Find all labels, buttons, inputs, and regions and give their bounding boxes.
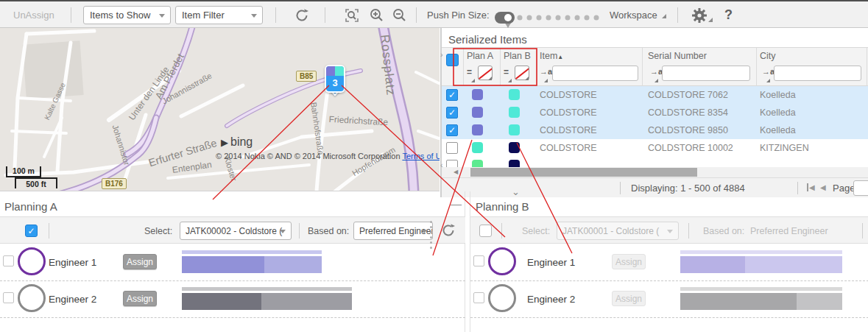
item-cell: COLDSTORE <box>540 143 597 153</box>
engineer-checkbox[interactable] <box>3 255 14 266</box>
toolbar-separator <box>325 7 325 23</box>
schedule-bar-segment <box>182 293 261 310</box>
row-checkbox[interactable] <box>446 160 458 167</box>
row-checkbox[interactable] <box>446 124 458 136</box>
engineer-checkbox[interactable] <box>473 292 484 303</box>
column-header-city[interactable]: City <box>760 51 776 61</box>
column-header-item[interactable]: Item▲ <box>540 51 563 61</box>
plan-b-color-swatch <box>509 107 520 118</box>
filter-text-icon[interactable]: →a <box>650 67 663 76</box>
engineer-avatar <box>18 247 46 275</box>
engineer-checkbox[interactable] <box>473 255 484 266</box>
chevron-down-icon <box>667 230 673 233</box>
engineer-row[interactable]: Engineer 2 Assign <box>0 281 465 318</box>
assign-button[interactable]: Assign <box>612 254 646 269</box>
city-filter-input[interactable] <box>774 66 861 81</box>
table-row[interactable]: COLDSTORE COLDSTORE 9850 Koelleda <box>442 121 868 139</box>
schedule-bar[interactable] <box>182 287 352 310</box>
table-row[interactable] <box>442 157 868 167</box>
select-label: Select: <box>522 226 550 236</box>
workspace-menu[interactable]: Workspace <box>610 10 666 21</box>
toolbar-separator <box>416 7 417 23</box>
filter-text-icon[interactable]: →a <box>762 67 775 76</box>
select-all-checkbox[interactable] <box>446 54 459 66</box>
assign-button[interactable]: Assign <box>123 291 157 306</box>
unassign-button[interactable]: UnAssign <box>13 10 54 21</box>
engineer-name: Engineer 1 <box>49 257 96 268</box>
item-filter-value: Item Filter <box>182 10 225 21</box>
first-page-button[interactable]: ◀ <box>807 183 815 191</box>
item-cell: COLDSTORE <box>540 107 597 118</box>
engineer-row[interactable]: Engineer 1 Assign <box>470 244 868 281</box>
schedule-bar[interactable] <box>680 287 842 310</box>
planning-b-job-dropdown[interactable]: JATK00001 - Coldstore ( <box>557 222 679 240</box>
zoom-to-fit-icon[interactable] <box>343 7 361 24</box>
column-header-plan-a[interactable]: Plan A <box>467 51 493 61</box>
column-header-plan-b[interactable]: Plan B <box>504 51 531 61</box>
gear-icon[interactable] <box>691 7 708 24</box>
row-checkbox[interactable] <box>446 89 458 101</box>
planning-a-job-dropdown[interactable]: JATK00002 - Coldstore ( <box>180 222 292 240</box>
horizontal-scrollbar[interactable]: ◀ <box>442 167 868 177</box>
column-divider <box>537 48 537 87</box>
planning-b-panel: Planning B Select: JATK00001 - Coldstore… <box>470 191 868 332</box>
based-on-label: Based on: <box>703 226 744 236</box>
panel-expand-icon[interactable]: › <box>440 50 443 59</box>
corner-arrow-icon <box>508 79 512 82</box>
schedule-bar-strip <box>680 287 842 291</box>
bing-map[interactable]: Unter den Linde Am Pferdet Johannisstraß… <box>0 28 440 191</box>
table-row[interactable]: COLDSTORE COLDSTORE 8354 Koelleda <box>442 104 868 121</box>
row-checkbox[interactable] <box>446 142 458 154</box>
main-toolbar: UnAssign Items to Show Item Filter <box>0 0 868 28</box>
refresh-planning-a-icon[interactable] <box>440 222 456 239</box>
zoom-in-icon[interactable] <box>368 7 386 24</box>
prev-page-button[interactable]: ◀ <box>820 183 826 191</box>
engineer-row[interactable]: Engineer 2 Assign <box>470 281 868 318</box>
corner-arrow-icon <box>662 14 666 18</box>
engineer-name: Engineer 2 <box>527 294 575 305</box>
engineer-checkbox[interactable] <box>3 292 14 303</box>
items-to-show-dropdown[interactable]: Items to Show <box>83 6 171 24</box>
schedule-bar-strip <box>182 287 352 291</box>
filter-operator-equals-icon[interactable]: = <box>504 67 509 77</box>
column-divider <box>642 48 643 87</box>
pushpin-count: 3 <box>326 77 344 88</box>
based-on-label: Based on: <box>308 226 349 236</box>
table-row[interactable]: COLDSTORE COLDSTORE 10002 KITZINGEN <box>442 139 868 157</box>
scroll-left-icon[interactable]: ◀ <box>454 169 458 175</box>
terms-of-use-link[interactable]: Terms of Use <box>402 152 440 160</box>
engineer-row[interactable]: Engineer 1 Assign <box>0 244 465 281</box>
plan-b-color-swatch <box>509 89 520 100</box>
plan-b-color-swatch <box>509 142 520 153</box>
planning-a-active-checkbox[interactable] <box>25 225 38 237</box>
engineer-avatar <box>488 247 516 275</box>
schedule-bar[interactable] <box>182 250 322 273</box>
bing-logo: ▶bing <box>221 135 253 149</box>
filter-operator-equals-icon[interactable]: = <box>467 67 472 77</box>
push-pin-size-slider[interactable] <box>492 6 601 29</box>
row-checkbox[interactable] <box>446 107 458 119</box>
schedule-bar-segment <box>264 256 322 273</box>
help-button[interactable]: ? <box>724 7 733 23</box>
schedule-bar[interactable] <box>680 250 842 273</box>
assign-button[interactable]: Assign <box>612 291 646 306</box>
corner-arrow-icon <box>488 77 492 80</box>
select-label: Select: <box>144 226 172 236</box>
planning-b-active-checkbox[interactable] <box>479 225 492 237</box>
planning-a-based-on-dropdown[interactable]: Preferred Engineer <box>353 222 433 240</box>
filter-text-icon[interactable]: →a <box>540 67 552 76</box>
item-filter-input[interactable] <box>552 66 638 81</box>
serial-number-filter-input[interactable] <box>662 66 750 81</box>
refresh-map-icon[interactable] <box>294 7 310 24</box>
item-filter-dropdown[interactable]: Item Filter <box>175 6 263 24</box>
assign-button[interactable]: Assign <box>123 254 157 269</box>
panel-collapse-icon[interactable]: ‹ <box>440 160 443 169</box>
map-pushpin-cluster[interactable]: 3 <box>325 65 345 102</box>
column-header-serial-number[interactable]: Serial Number <box>648 51 707 61</box>
separator <box>862 223 863 239</box>
corner-arrow-icon <box>766 79 770 82</box>
zoom-out-icon[interactable] <box>391 7 409 24</box>
corner-arrow-icon <box>471 79 475 82</box>
table-row[interactable]: COLDSTORE COLDSTORE 7062 Koelleda <box>442 86 868 104</box>
scrollbar-thumb[interactable] <box>470 168 697 177</box>
